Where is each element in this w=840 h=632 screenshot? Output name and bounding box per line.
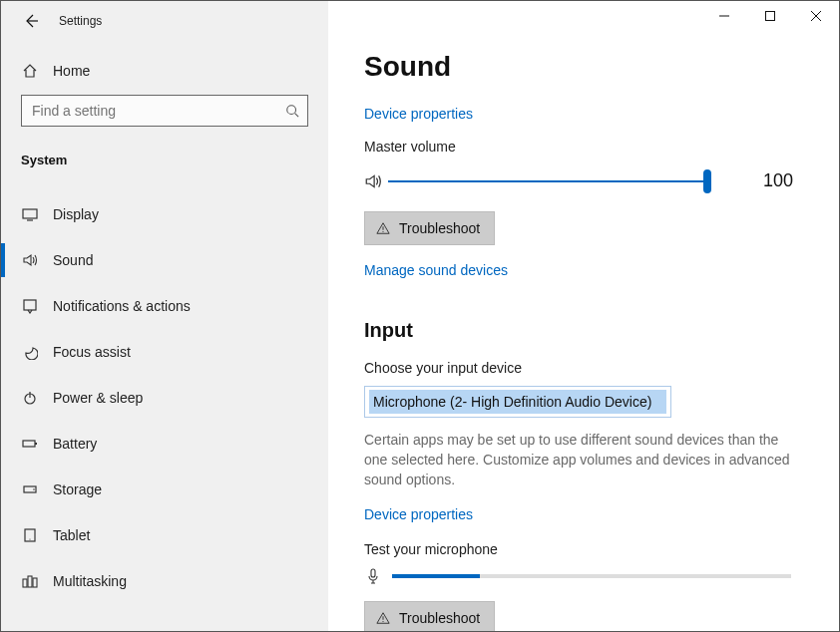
notifications-icon: [21, 297, 39, 315]
page-title: Sound: [364, 51, 803, 83]
sidebar-item-display[interactable]: Display: [1, 191, 328, 237]
search-box[interactable]: [21, 95, 308, 127]
sidebar-item-battery[interactable]: Battery: [1, 421, 328, 467]
slider-track: [388, 180, 707, 182]
maximize-button[interactable]: [747, 1, 793, 31]
svg-rect-15: [371, 569, 375, 577]
sidebar-item-notifications[interactable]: Notifications & actions: [1, 283, 328, 329]
master-volume-slider[interactable]: [388, 172, 707, 190]
sidebar-item-label: Focus assist: [53, 344, 131, 360]
sidebar-item-label: Display: [53, 206, 99, 222]
sidebar-item-power-sleep[interactable]: Power & sleep: [1, 375, 328, 421]
sidebar-item-label: Sound: [53, 252, 93, 268]
home-label: Home: [53, 63, 90, 79]
svg-rect-1: [23, 209, 37, 218]
svg-point-0: [287, 106, 296, 115]
sidebar-item-label: Storage: [53, 481, 102, 497]
input-heading: Input: [364, 319, 803, 342]
input-help-text: Certain apps may be set up to use differ…: [364, 430, 803, 489]
window-title: Settings: [59, 14, 102, 28]
mic-level-bar: [392, 574, 791, 578]
svg-rect-12: [33, 578, 37, 587]
slider-thumb[interactable]: [703, 169, 711, 193]
troubleshoot-button[interactable]: Troubleshoot: [364, 211, 495, 245]
window-controls: [701, 1, 839, 31]
back-button[interactable]: [21, 11, 41, 31]
manage-sound-devices-link[interactable]: Manage sound devices: [364, 262, 508, 278]
svg-rect-2: [24, 300, 36, 310]
input-device-dropdown[interactable]: Microphone (2- High Definition Audio Dev…: [364, 386, 671, 418]
svg-rect-4: [23, 441, 35, 447]
power-icon: [21, 389, 39, 407]
sidebar-item-tablet[interactable]: Tablet: [1, 512, 328, 558]
sidebar-item-label: Notifications & actions: [53, 298, 191, 314]
choose-input-label: Choose your input device: [364, 360, 803, 376]
sidebar-item-focus-assist[interactable]: Focus assist: [1, 329, 328, 375]
sound-icon: [21, 251, 39, 269]
svg-rect-10: [23, 579, 27, 587]
home-icon: [21, 62, 39, 80]
mic-level-fill: [392, 574, 480, 578]
storage-icon: [21, 480, 39, 498]
multitasking-icon: [21, 572, 39, 590]
sidebar-item-multitasking[interactable]: Multitasking: [1, 558, 328, 604]
display-icon: [21, 205, 39, 223]
sidebar-section-label: System: [1, 127, 328, 183]
master-volume-label: Master volume: [364, 139, 803, 155]
svg-point-9: [29, 538, 30, 539]
focus-assist-icon: [21, 343, 39, 361]
svg-rect-5: [35, 443, 37, 445]
troubleshoot-mic-button[interactable]: Troubleshoot: [364, 601, 495, 631]
sidebar-item-label: Tablet: [53, 527, 90, 543]
svg-point-14: [382, 231, 383, 232]
main-pane: Sound Device properties Master volume 10…: [328, 1, 839, 631]
sidebar-item-label: Power & sleep: [53, 390, 143, 406]
sidebar-item-storage[interactable]: Storage: [1, 467, 328, 512]
svg-rect-13: [766, 12, 775, 21]
troubleshoot-label: Troubleshoot: [399, 220, 480, 236]
battery-icon: [21, 435, 39, 453]
sidebar-home[interactable]: Home: [1, 49, 328, 93]
troubleshoot-mic-label: Troubleshoot: [399, 610, 480, 626]
microphone-icon: [364, 567, 382, 585]
input-device-properties-link[interactable]: Device properties: [364, 506, 473, 522]
volume-icon: [364, 172, 382, 190]
device-properties-link[interactable]: Device properties: [364, 106, 473, 122]
tablet-icon: [21, 526, 39, 544]
sidebar: Settings Home System Display: [1, 1, 328, 631]
sidebar-item-label: Battery: [53, 436, 97, 452]
search-input[interactable]: [22, 96, 307, 126]
input-device-selected: Microphone (2- High Definition Audio Dev…: [369, 390, 666, 414]
sidebar-nav: Display Sound Notifications & actions Fo…: [1, 191, 328, 604]
close-button[interactable]: [793, 1, 839, 31]
master-volume-value: 100: [763, 170, 793, 191]
minimize-button[interactable]: [701, 1, 747, 31]
svg-point-16: [382, 621, 383, 622]
svg-point-7: [33, 488, 35, 490]
search-icon: [285, 104, 299, 118]
sidebar-item-label: Multitasking: [53, 573, 127, 589]
svg-rect-11: [28, 576, 32, 587]
warning-icon: [375, 610, 391, 626]
warning-icon: [375, 220, 391, 236]
test-mic-label: Test your microphone: [364, 541, 803, 557]
sidebar-item-sound[interactable]: Sound: [1, 237, 328, 283]
